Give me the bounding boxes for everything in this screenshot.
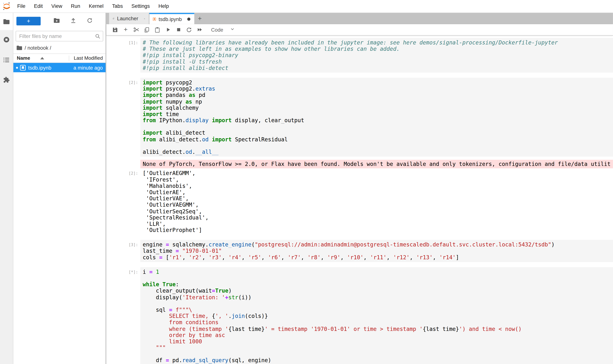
- menu-kernel[interactable]: Kernel: [84, 0, 108, 13]
- stop-icon: [176, 27, 181, 32]
- copy-icon: [144, 27, 150, 33]
- cell-type-dropdown[interactable]: Code: [211, 27, 223, 33]
- cell-editor[interactable]: i = 1while True: clear_output(wait=True)…: [140, 267, 613, 364]
- column-header-name[interactable]: Name: [13, 55, 69, 61]
- refresh-icon: [87, 17, 93, 23]
- input-prompt: [2]:: [106, 78, 140, 157]
- restart-run-all-button[interactable]: [196, 26, 203, 34]
- notebook-cell[interactable]: [1]:# The following libraries have alrea…: [106, 38, 613, 73]
- notebook-cell[interactable]: [3]:engine = sqlalchemy.create_engine("p…: [106, 240, 613, 262]
- sidebar-tab-filebrowser[interactable]: [0, 13, 13, 30]
- folder-icon: [3, 19, 10, 25]
- cell-editor[interactable]: # The following libraries have already b…: [140, 38, 613, 73]
- new-launcher-button[interactable]: +: [16, 17, 41, 25]
- breadcrumb[interactable]: / notebook /: [13, 41, 106, 53]
- tab-launcher-label: Launcher: [117, 16, 138, 21]
- file-browser-toolbar: +: [13, 13, 106, 29]
- cell-output: [2]:['OutlierAEGMM', 'IForest', 'Mahalan…: [106, 169, 613, 235]
- cell-editor[interactable]: import psycopg2import psycopg2.extrasimp…: [140, 78, 613, 157]
- sidebar-tab-running[interactable]: [0, 36, 13, 43]
- jupyter-logo-icon: [3, 2, 11, 11]
- filter-files-input[interactable]: [18, 33, 95, 39]
- menu-view[interactable]: View: [47, 0, 67, 13]
- refresh-files-button[interactable]: [87, 17, 93, 25]
- unsaved-dot: [16, 66, 18, 69]
- notebook-file-icon: [20, 65, 26, 71]
- sidebar-tab-toc[interactable]: [0, 56, 13, 63]
- file-browser-panel: +: [13, 13, 106, 364]
- home-folder-icon: [16, 45, 22, 51]
- dock-tab-bar: Launcher tsdb.ipynb +: [106, 13, 613, 24]
- launcher-icon: [113, 16, 114, 21]
- unsaved-changes-dot[interactable]: [187, 17, 191, 21]
- menu-tabs[interactable]: Tabs: [108, 0, 127, 13]
- output-prompt: [2]:: [106, 169, 140, 235]
- filter-box[interactable]: [16, 31, 103, 41]
- interrupt-kernel-button[interactable]: [175, 26, 182, 34]
- sidebar-activity-bar: [0, 13, 13, 364]
- file-modified: a minute ago: [73, 65, 106, 71]
- new-folder-button[interactable]: [54, 17, 60, 25]
- copy-cells-button[interactable]: [143, 26, 150, 34]
- menu-run[interactable]: Run: [67, 0, 84, 13]
- menu-bar: File Edit View Run Kernel Tabs Settings …: [0, 0, 613, 13]
- cut-icon: [133, 26, 139, 33]
- puzzle-icon: [3, 77, 10, 83]
- stop-circle-icon: [3, 36, 10, 43]
- column-header-modified[interactable]: Last Modified: [69, 55, 106, 61]
- input-prompt: [3]:: [106, 240, 140, 262]
- save-icon: [112, 27, 118, 33]
- file-row-tsdb[interactable]: tsdb.ipynb a minute ago: [13, 63, 106, 72]
- list-icon: [3, 57, 10, 63]
- stderr-output: None of PyTorch, TensorFlow >= 2.0, or F…: [140, 160, 613, 169]
- upload-button[interactable]: [70, 17, 76, 25]
- new-folder-icon: [54, 17, 60, 23]
- search-icon: [95, 33, 100, 39]
- tab-tsdb-notebook[interactable]: tsdb.ipynb: [149, 13, 194, 24]
- restart-kernel-button[interactable]: [185, 26, 193, 34]
- upload-icon: [70, 17, 76, 23]
- restart-icon: [186, 27, 192, 33]
- close-icon[interactable]: [144, 16, 145, 20]
- tab-launcher[interactable]: Launcher: [109, 13, 149, 24]
- menu-settings[interactable]: Settings: [127, 0, 154, 13]
- tab-tsdb-label: tsdb.ipynb: [159, 16, 182, 22]
- input-prompt: [*]:: [106, 267, 140, 364]
- cell-editor[interactable]: engine = sqlalchemy.create_engine("postg…: [140, 240, 613, 262]
- input-prompt: [1]:: [106, 38, 140, 73]
- run-cell-button[interactable]: [164, 26, 172, 34]
- paste-cells-button[interactable]: [154, 26, 161, 34]
- jupyterlab-window: File Edit View Run Kernel Tabs Settings …: [0, 0, 613, 364]
- add-tab-button[interactable]: +: [195, 13, 204, 24]
- file-name: tsdb.ipynb: [26, 65, 74, 71]
- notebook-toolbar: +: [106, 24, 613, 36]
- breadcrumb-path: / notebook /: [25, 45, 51, 51]
- output-text: ['OutlierAEGMM', 'IForest', 'Mahalanobis…: [140, 169, 613, 235]
- cut-cells-button[interactable]: [133, 26, 140, 34]
- name-header-label: Name: [17, 55, 30, 61]
- save-button[interactable]: [111, 26, 119, 34]
- menu-file[interactable]: File: [13, 0, 30, 13]
- chevron-down-icon[interactable]: [230, 26, 235, 33]
- menu-edit[interactable]: Edit: [30, 0, 47, 13]
- paste-icon: [154, 27, 160, 33]
- notebook-cell[interactable]: [2]:import psycopg2import psycopg2.extra…: [106, 78, 613, 235]
- run-icon: [165, 27, 171, 32]
- file-list-header: Name Last Modified: [13, 53, 106, 63]
- menu-help[interactable]: Help: [154, 0, 173, 13]
- add-cell-button[interactable]: +: [122, 26, 129, 34]
- sidebar-tab-extensions[interactable]: [0, 76, 13, 83]
- notebook-icon: [153, 16, 156, 22]
- sort-ascending-icon: [40, 57, 44, 60]
- fast-forward-icon: [196, 27, 203, 32]
- notebook-cell[interactable]: [*]:i = 1while True: clear_output(wait=T…: [106, 267, 613, 364]
- notebook-panel: [1]:# The following libraries have alrea…: [106, 36, 613, 364]
